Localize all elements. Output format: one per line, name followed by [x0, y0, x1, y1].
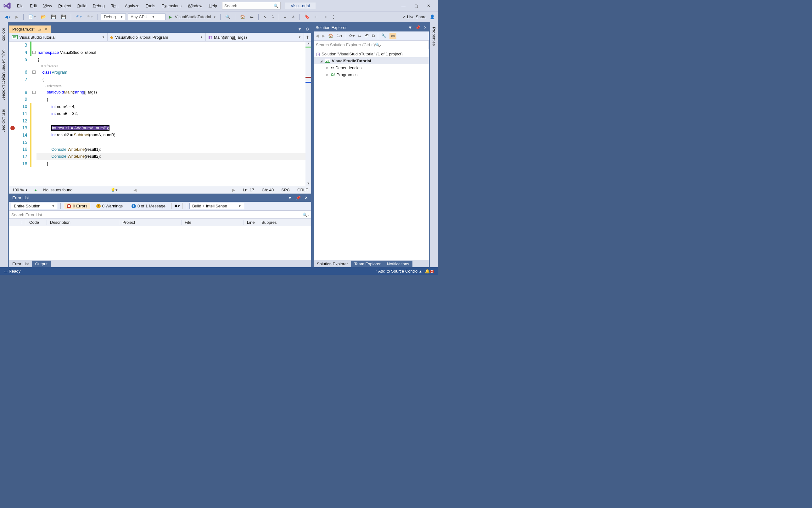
toolbar-overflow-icon[interactable]: ⋮ [330, 14, 337, 20]
menu-build[interactable]: Build [74, 2, 90, 10]
panel-pin-icon[interactable]: 📌 [415, 25, 420, 30]
scroll-up-icon[interactable]: ▲ [306, 42, 311, 46]
sync-with-active-doc-icon[interactable]: ⇆ [358, 33, 361, 38]
menu-window[interactable]: Window [185, 2, 206, 10]
step-into-icon[interactable]: ↘ [262, 14, 268, 20]
indent-mode[interactable]: SPC [281, 187, 290, 192]
code-editor[interactable]: 3456789101112131415161718 −−− namespace … [9, 42, 311, 186]
nav-next-issue-icon[interactable]: ▶ [232, 187, 235, 192]
menu-debug[interactable]: Debug [90, 2, 108, 10]
tab-error-list[interactable]: Error List [9, 261, 32, 267]
save-button[interactable]: 💾 [49, 14, 57, 20]
search-box[interactable]: Search 🔍 [222, 2, 281, 9]
errors-filter[interactable]: ✖0 Errors [64, 203, 90, 209]
tree-file-program-cs[interactable]: ▷ C# Program.cs [314, 71, 429, 78]
preview-settings-icon[interactable]: ⚙ [306, 27, 309, 32]
toolbox-tab[interactable]: Toolbox [1, 25, 7, 43]
close-button[interactable]: ✕ [427, 3, 431, 8]
document-tab-program-cs[interactable]: Program.cs* ⇲ ✕ [9, 26, 51, 33]
error-source-combo[interactable]: Build + IntelliSense▼ [189, 203, 244, 209]
properties-icon[interactable]: 🔧 [381, 33, 386, 38]
nav-forward-button[interactable]: ▶ [14, 14, 20, 20]
warnings-filter[interactable]: !0 Warnings [93, 203, 126, 209]
zoom-level[interactable]: 100 %▼ [12, 187, 28, 192]
find-in-files-icon[interactable]: 🔍 [224, 14, 232, 20]
close-tab-icon[interactable]: ✕ [44, 27, 47, 32]
browser-link-dashboard-icon[interactable]: ⇆ [249, 14, 255, 20]
tab-solution-explorer[interactable]: Solution Explorer [314, 261, 351, 267]
account-icon[interactable]: 👤 [430, 14, 435, 19]
vertical-scrollbar[interactable]: ▲ ▼ [306, 42, 311, 186]
live-share-button[interactable]: ↗ Live Share [402, 14, 426, 19]
menu-analyze[interactable]: Analyze [122, 2, 142, 10]
panel-close-icon[interactable]: ✕ [305, 196, 308, 200]
switch-views-icon[interactable]: 🗂▾ [336, 33, 343, 38]
home-icon[interactable]: 🏠 [328, 33, 333, 38]
menu-edit[interactable]: Edit [27, 2, 40, 10]
code-text-area[interactable]: namespace VisualStudioTutorial{ 0 refere… [37, 42, 306, 186]
pin-tab-icon[interactable]: ⇲ [38, 27, 41, 32]
error-list-body[interactable] [9, 226, 311, 260]
prev-bookmark-icon[interactable]: ⇤ [313, 14, 320, 20]
test-explorer-tab[interactable]: Test Explorer [1, 106, 7, 134]
scroll-down-icon[interactable]: ▼ [306, 182, 311, 186]
active-files-dropdown-icon[interactable]: ▼ [298, 27, 302, 32]
collapse-all-icon[interactable]: ⧉ [372, 33, 375, 38]
tab-notifications[interactable]: Notifications [384, 261, 412, 267]
tree-solution-node[interactable]: ◳ Solution 'VisualStudioTutorial' (1 of … [314, 50, 429, 57]
nav-forward-icon[interactable]: ▶ [322, 33, 325, 38]
error-list-search[interactable]: Search Error List 🔍▾ [9, 211, 311, 219]
browser-link-icon[interactable]: 🏠 [238, 14, 246, 20]
show-all-files-icon[interactable]: ▭ [390, 33, 396, 39]
comment-icon[interactable]: ≡ [282, 14, 288, 20]
menu-file[interactable]: File [14, 2, 27, 10]
add-to-source-control[interactable]: ↑ Add to Source Control ▴ [375, 269, 422, 273]
solution-explorer-search[interactable]: Search Solution Explorer (Ctrl+;) 🔍▾ [314, 40, 429, 49]
menu-test[interactable]: Test [108, 2, 122, 10]
tree-project-node[interactable]: ◢ C# VisualStudioTutorial [314, 57, 429, 64]
messages-filter[interactable]: i0 of 1 Message [129, 203, 168, 209]
refresh-icon[interactable]: 🗗 [365, 33, 369, 38]
clear-filters-icon[interactable]: ✖▾ [172, 203, 183, 209]
nav-back-button[interactable]: ◀▾ [3, 14, 12, 20]
line-endings[interactable]: CRLF [297, 187, 308, 192]
error-scope-combo[interactable]: Entire Solution▼ [11, 203, 57, 209]
menu-view[interactable]: View [40, 2, 55, 10]
notifications-icon[interactable]: 🔔2 [425, 269, 434, 273]
expand-icon[interactable]: ▷ [326, 66, 329, 70]
error-list-columns[interactable]: ⁞ Code Description Project File Line Sup… [9, 219, 311, 226]
tab-team-explorer[interactable]: Team Explorer [351, 261, 384, 267]
nav-prev-issue-icon[interactable]: ◀ [133, 187, 137, 192]
minimize-button[interactable]: — [401, 3, 406, 8]
panel-pin-icon[interactable]: 📌 [296, 196, 301, 200]
outlining-margin[interactable]: −−− [32, 42, 37, 186]
lightbulb-icon[interactable]: 💡▾ [110, 187, 118, 192]
breakpoint-margin[interactable] [9, 42, 16, 186]
nav-class-combo[interactable]: ◆ VisualStudioTutorial.Program▼ [107, 33, 206, 41]
new-project-button[interactable]: 📄▾ [27, 14, 37, 20]
menu-help[interactable]: Help [206, 2, 220, 10]
maximize-button[interactable]: ▢ [414, 3, 418, 8]
expand-icon[interactable]: ◢ [319, 59, 323, 62]
sql-server-object-explorer-tab[interactable]: SQL Server Object Explorer [1, 47, 7, 102]
panel-dropdown-icon[interactable]: ▼ [288, 196, 292, 200]
panel-dropdown-icon[interactable]: ▼ [408, 25, 412, 30]
nav-method-combo[interactable]: ◧ Main(string[] args)▼ [206, 33, 304, 41]
error-list-header[interactable]: Error List ▼ 📌 ✕ [9, 194, 311, 202]
start-debugging-button[interactable]: ▶ VisualStudioTutorial ▾ [167, 14, 217, 20]
expand-icon[interactable]: ▷ [326, 73, 329, 77]
menu-extensions[interactable]: Extensions [159, 2, 185, 10]
save-all-button[interactable]: 💾 [59, 14, 67, 20]
next-bookmark-icon[interactable]: ⇥ [321, 14, 328, 20]
step-over-icon[interactable]: ⤵ [270, 14, 276, 20]
undo-button[interactable]: ↶▾ [74, 14, 83, 20]
solution-tree[interactable]: ◳ Solution 'VisualStudioTutorial' (1 of … [314, 49, 429, 260]
pending-changes-filter-icon[interactable]: ⟳▾ [349, 33, 355, 38]
solution-explorer-header[interactable]: Solution Explorer ▼ 📌 ✕ [314, 23, 429, 32]
open-file-button[interactable]: 📂 [39, 14, 47, 20]
menu-project[interactable]: Project [55, 2, 74, 10]
panel-close-icon[interactable]: ✕ [423, 25, 427, 30]
nav-project-combo[interactable]: C# VisualStudioTutorial▼ [9, 33, 107, 41]
bookmark-icon[interactable]: 🔖 [303, 14, 311, 20]
nav-back-icon[interactable]: ◀ [316, 33, 319, 38]
